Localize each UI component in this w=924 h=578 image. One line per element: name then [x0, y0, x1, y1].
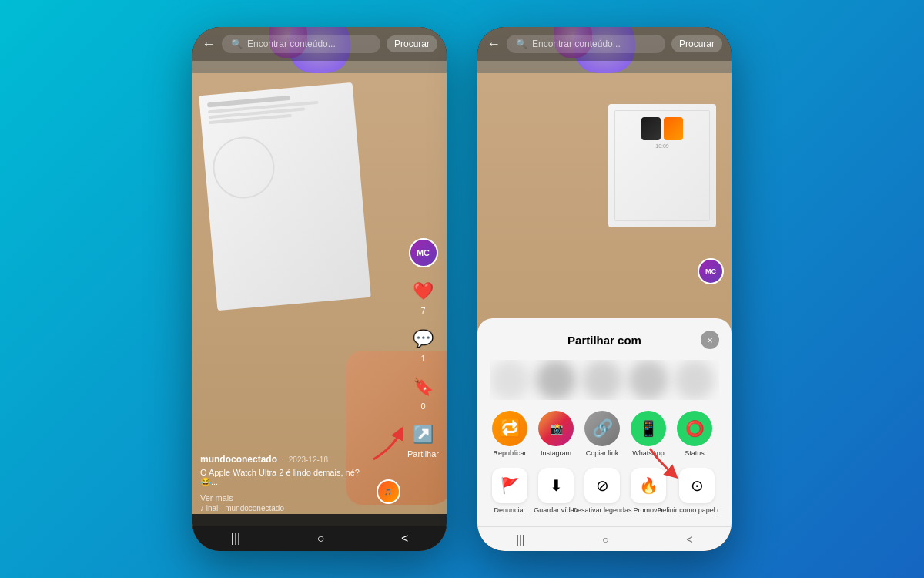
search-button-left[interactable]: Procurar	[387, 35, 437, 52]
share-action[interactable]: ↗️ Partilhar	[407, 422, 439, 459]
nav-back-left[interactable]: <	[401, 532, 408, 546]
instagram-icon: 📸	[538, 411, 574, 446]
nav-menu-right[interactable]: |||	[516, 533, 524, 546]
instagram-label: Instagram	[541, 449, 571, 457]
contacts-row	[490, 360, 719, 400]
action-save-video[interactable]: ⬇ Guardar vídeo	[536, 468, 576, 514]
search-icon-left: 🔍	[231, 39, 243, 49]
music-info: ♪ inal - mundoconectado	[200, 504, 400, 512]
action-set-wallpaper[interactable]: ⊙ Definir como papel de p...	[675, 468, 719, 514]
save-count: 0	[420, 402, 425, 411]
actions-row: 🚩 Denunciar ⬇ Guardar vídeo ⊘ Desativar …	[490, 468, 719, 514]
contact-3	[582, 360, 622, 400]
see-more-button[interactable]: Ver mais	[200, 493, 233, 502]
report-label: Denunciar	[494, 506, 525, 514]
share-icon: ↗️	[410, 422, 437, 448]
app-instagram[interactable]: 📸 Instagram	[536, 411, 576, 457]
modal-close-button[interactable]: ×	[701, 331, 719, 349]
avatar-left[interactable]: MC	[409, 238, 438, 267]
left-phone-screen: ← 🔍 Encontrar conteúdo... Procurar	[192, 27, 447, 551]
like-count: 7	[420, 306, 425, 315]
red-arrow-right	[642, 445, 681, 479]
nav-bar-left: ||| ○ <	[192, 526, 447, 551]
search-placeholder-right: Encontrar conteúdo...	[532, 39, 621, 49]
status-label: Status	[685, 449, 705, 457]
share-modal: Partilhar com × 🔁 Republicar 📸 Ins	[477, 318, 732, 526]
nav-bar-right: ||| ○ <	[477, 526, 732, 551]
save-video-label: Guardar vídeo	[534, 506, 578, 514]
action-report[interactable]: 🚩 Denunciar	[490, 468, 530, 514]
video-date: ·	[282, 455, 284, 464]
copy-link-label: Copiar link	[586, 449, 619, 457]
apps-row: 🔁 Republicar 📸 Instagram 🔗 Copiar link 📱…	[490, 411, 719, 457]
right-actions: MC ❤️ 7 💬 1 🔖 0 ↗️ Partilhar	[407, 238, 439, 459]
author-name: mundoconectado	[200, 454, 277, 465]
red-arrow-left	[370, 425, 408, 466]
like-action[interactable]: ❤️ 7	[410, 278, 437, 315]
like-icon: ❤️	[410, 278, 437, 304]
right-phone-screen: ← 🔍 Encontrar conteúdo... Procurar	[477, 27, 732, 551]
whatsapp-icon: 📱	[631, 411, 666, 446]
left-phone: ← 🔍 Encontrar conteúdo... Procurar	[192, 27, 447, 551]
set-wallpaper-label: Definir como papel de p...	[658, 506, 719, 514]
contact-1	[490, 360, 530, 400]
nav-home-left[interactable]: ○	[317, 532, 325, 546]
save-action[interactable]: 🔖 0	[410, 374, 437, 411]
back-button-left[interactable]: ←	[202, 36, 216, 52]
nav-menu-left[interactable]: |||	[231, 532, 240, 546]
top-bar-left: ← 🔍 Encontrar conteúdo... Procurar	[192, 27, 447, 61]
disable-captions-label: Desativar legendas	[572, 506, 631, 514]
video-date-value: 2023-12-18	[289, 455, 328, 464]
contact-4	[628, 360, 668, 400]
nav-home-right[interactable]: ○	[602, 533, 608, 546]
republish-label: Republicar	[493, 449, 526, 457]
modal-header: Partilhar com ×	[490, 331, 719, 349]
copy-link-icon: 🔗	[584, 411, 620, 446]
share-label: Partilhar	[407, 449, 439, 459]
republish-icon: 🔁	[492, 411, 527, 446]
contact-5	[675, 360, 715, 400]
contact-2	[536, 360, 576, 400]
top-bar-right: ← 🔍 Encontrar conteúdo... Procurar	[477, 27, 732, 61]
search-placeholder-left: Encontrar conteúdo...	[247, 39, 336, 49]
right-phone: ← 🔍 Encontrar conteúdo... Procurar	[477, 27, 732, 551]
back-button-right[interactable]: ←	[487, 36, 500, 52]
save-icon: 🔖	[410, 374, 437, 400]
avatar-right: MC	[698, 258, 724, 284]
video-description: O Apple Watch Ultra 2 é lindo demais, né…	[200, 468, 377, 487]
app-copy-link[interactable]: 🔗 Copiar link	[582, 411, 622, 457]
comment-icon: 💬	[410, 326, 437, 352]
modal-title: Partilhar com	[508, 334, 701, 347]
search-icon-right: 🔍	[516, 39, 527, 49]
comment-count: 1	[420, 354, 425, 363]
nav-back-right[interactable]: <	[686, 533, 692, 546]
disable-captions-icon: ⊘	[584, 468, 620, 503]
app-republish[interactable]: 🔁 Republicar	[490, 411, 530, 457]
status-icon: ⭕	[677, 411, 712, 446]
report-icon: 🚩	[492, 468, 527, 503]
white-box	[199, 82, 371, 311]
action-disable-captions[interactable]: ⊘ Desativar legendas	[582, 468, 622, 514]
comment-action[interactable]: 💬 1	[410, 326, 437, 363]
set-wallpaper-icon: ⊙	[679, 468, 715, 503]
search-bar-right[interactable]: 🔍 Encontrar conteúdo...	[507, 35, 665, 53]
avatar-disc[interactable]: 🎵	[377, 479, 400, 504]
search-button-right[interactable]: Procurar	[671, 35, 722, 52]
save-video-icon: ⬇	[538, 468, 574, 503]
search-bar-left[interactable]: 🔍 Encontrar conteúdo...	[222, 35, 380, 53]
